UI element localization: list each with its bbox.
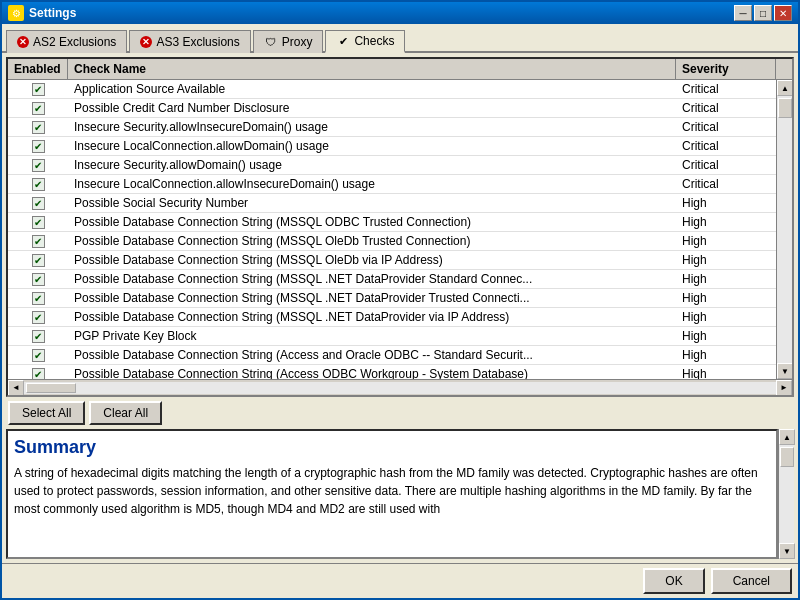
cell-enabled[interactable]: ✔ (8, 156, 68, 174)
table-row: ✔Possible Database Connection String (MS… (8, 213, 776, 232)
cell-severity: Critical (676, 80, 776, 98)
table-horizontal-scrollbar[interactable]: ◄ ► (8, 379, 792, 395)
checkbox[interactable]: ✔ (32, 121, 45, 134)
cell-check-name: Possible Social Security Number (68, 194, 558, 212)
cell-check-name: Possible Database Connection String (Acc… (68, 346, 558, 364)
cell-enabled[interactable]: ✔ (8, 327, 68, 345)
cell-check-name: Insecure Security.allowInsecureDomain() … (68, 118, 558, 136)
table-row: ✔Possible Database Connection String (MS… (8, 289, 776, 308)
checkbox[interactable]: ✔ (32, 273, 45, 286)
window-title: Settings (29, 6, 76, 20)
scroll-up-arrow[interactable]: ▲ (777, 80, 792, 96)
table-row: ✔Insecure Security.allowDomain() usageCr… (8, 156, 776, 175)
scroll-right-arrow[interactable]: ► (776, 380, 792, 396)
ok-button[interactable]: OK (643, 568, 704, 594)
summary-vertical-scrollbar[interactable]: ▲ ▼ (778, 429, 794, 559)
checkbox[interactable]: ✔ (32, 292, 45, 305)
cell-check-name: Possible Database Connection String (Acc… (68, 365, 558, 379)
tab-proxy[interactable]: 🛡 Proxy (253, 30, 324, 53)
cell-check-name: Possible Database Connection String (MSS… (68, 270, 558, 288)
cell-enabled[interactable]: ✔ (8, 365, 68, 379)
table-row: ✔Insecure LocalConnection.allowDomain() … (8, 137, 776, 156)
cell-check-name: Insecure LocalConnection.allowDomain() u… (68, 137, 558, 155)
summary-title: Summary (14, 437, 770, 458)
table-row: ✔PGP Private Key BlockHigh (8, 327, 776, 346)
checkbox[interactable]: ✔ (32, 311, 45, 324)
cell-enabled[interactable]: ✔ (8, 99, 68, 117)
cell-enabled[interactable]: ✔ (8, 175, 68, 193)
checkbox[interactable]: ✔ (32, 330, 45, 343)
checkbox[interactable]: ✔ (32, 178, 45, 191)
cell-enabled[interactable]: ✔ (8, 308, 68, 326)
summary-container: Summary A string of hexadecimal digits m… (6, 429, 794, 559)
scroll-left-arrow[interactable]: ◄ (8, 380, 24, 396)
maximize-button[interactable]: □ (754, 5, 772, 21)
checkbox[interactable]: ✔ (32, 159, 45, 172)
summary-scroll-thumb[interactable] (780, 447, 794, 467)
close-button[interactable]: ✕ (774, 5, 792, 21)
horiz-scroll-track (24, 382, 776, 394)
cell-enabled[interactable]: ✔ (8, 270, 68, 288)
checkbox[interactable]: ✔ (32, 349, 45, 362)
cell-check-name: Insecure Security.allowDomain() usage (68, 156, 558, 174)
table-header: Enabled Check Name Severity (8, 59, 792, 80)
cell-severity: High (676, 194, 776, 212)
as3-tab-icon: ✕ (140, 36, 152, 48)
summary-section: Summary A string of hexadecimal digits m… (6, 429, 778, 559)
scroll-track (777, 96, 792, 363)
main-content: Enabled Check Name Severity ✔Application… (2, 53, 798, 563)
scroll-down-arrow[interactable]: ▼ (777, 363, 792, 379)
tab-as3-exclusions[interactable]: ✕ AS3 Exclusions (129, 30, 250, 53)
checkbox[interactable]: ✔ (32, 140, 45, 153)
tab-checks[interactable]: ✔ Checks (325, 30, 405, 53)
cell-check-name: Possible Database Connection String (MSS… (68, 232, 558, 250)
cancel-button[interactable]: Cancel (711, 568, 792, 594)
table-row: ✔Insecure LocalConnection.allowInsecureD… (8, 175, 776, 194)
checks-table-container: Enabled Check Name Severity ✔Application… (6, 57, 794, 397)
checkbox[interactable]: ✔ (32, 102, 45, 115)
scroll-thumb[interactable] (778, 98, 792, 118)
tabs-bar: ✕ AS2 Exclusions ✕ AS3 Exclusions 🛡 Prox… (2, 24, 798, 53)
table-row: ✔Possible Database Connection String (MS… (8, 308, 776, 327)
cell-check-name: Application Source Available (68, 80, 558, 98)
cell-enabled[interactable]: ✔ (8, 118, 68, 136)
checkbox[interactable]: ✔ (32, 368, 45, 380)
settings-window: ⚙ Settings ─ □ ✕ ✕ AS2 Exclusions ✕ AS3 … (0, 0, 800, 600)
summary-text: A string of hexadecimal digits matching … (14, 464, 770, 518)
cell-enabled[interactable]: ✔ (8, 289, 68, 307)
select-all-button[interactable]: Select All (8, 401, 85, 425)
checkbox[interactable]: ✔ (32, 216, 45, 229)
cell-enabled[interactable]: ✔ (8, 80, 68, 98)
cell-enabled[interactable]: ✔ (8, 346, 68, 364)
cell-severity: High (676, 365, 776, 379)
summary-scroll-down[interactable]: ▼ (779, 543, 795, 559)
cell-severity: High (676, 327, 776, 345)
table-vertical-scrollbar[interactable]: ▲ ▼ (776, 80, 792, 379)
tab-proxy-label: Proxy (282, 35, 313, 49)
cell-enabled[interactable]: ✔ (8, 213, 68, 231)
as2-tab-icon: ✕ (17, 36, 29, 48)
checks-tab-icon: ✔ (336, 34, 350, 48)
cell-check-name: PGP Private Key Block (68, 327, 558, 345)
checkbox[interactable]: ✔ (32, 235, 45, 248)
cell-check-name: Possible Credit Card Number Disclosure (68, 99, 558, 117)
cell-severity: Critical (676, 175, 776, 193)
title-buttons: ─ □ ✕ (734, 5, 792, 21)
tab-checks-label: Checks (354, 34, 394, 48)
checkbox[interactable]: ✔ (32, 83, 45, 96)
cell-enabled[interactable]: ✔ (8, 251, 68, 269)
cell-severity: Critical (676, 118, 776, 136)
cell-enabled[interactable]: ✔ (8, 137, 68, 155)
window-icon: ⚙ (8, 5, 24, 21)
cell-enabled[interactable]: ✔ (8, 232, 68, 250)
checkbox[interactable]: ✔ (32, 197, 45, 210)
checkbox[interactable]: ✔ (32, 254, 45, 267)
minimize-button[interactable]: ─ (734, 5, 752, 21)
table-row: ✔Possible Credit Card Number DisclosureC… (8, 99, 776, 118)
table-row: ✔Possible Database Connection String (MS… (8, 270, 776, 289)
cell-enabled[interactable]: ✔ (8, 194, 68, 212)
summary-scroll-up[interactable]: ▲ (779, 429, 795, 445)
tab-as2-exclusions[interactable]: ✕ AS2 Exclusions (6, 30, 127, 53)
horiz-scroll-thumb[interactable] (26, 383, 76, 393)
clear-all-button[interactable]: Clear All (89, 401, 162, 425)
